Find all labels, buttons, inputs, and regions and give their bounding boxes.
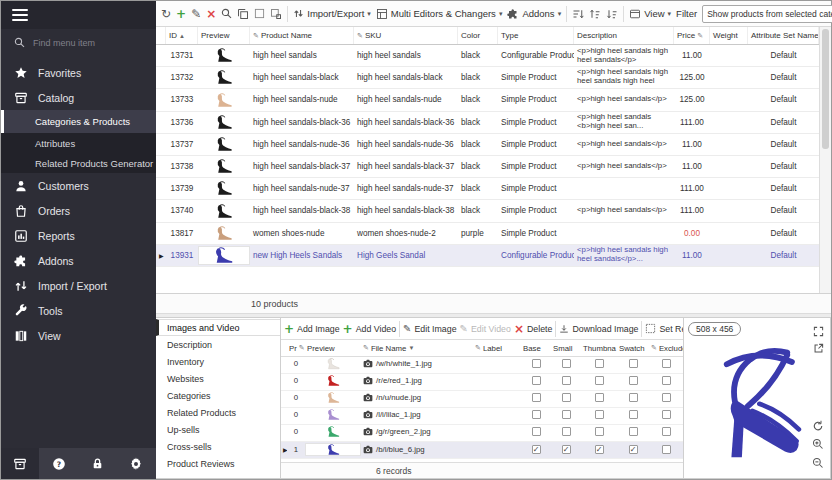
search-products-icon[interactable] bbox=[221, 6, 232, 22]
add-product-icon[interactable]: + bbox=[176, 6, 186, 22]
checkbox-base[interactable] bbox=[532, 359, 541, 368]
column-header-weight[interactable]: Weight bbox=[710, 27, 748, 44]
edit-product-icon[interactable]: ✎ bbox=[191, 6, 201, 22]
settings-gear-icon[interactable] bbox=[129, 457, 143, 471]
column-header-price[interactable]: Price✎ bbox=[674, 27, 710, 44]
sidebar-subitem-categories-products[interactable]: Categories & Products bbox=[1, 110, 156, 133]
edit-video-button[interactable]: ✎Edit Video bbox=[460, 323, 511, 334]
sidebar-item-customers[interactable]: Customers bbox=[1, 173, 156, 198]
image-row[interactable]: 0 /w/h/white_1.jpg bbox=[281, 357, 683, 374]
tab-description[interactable]: Description bbox=[156, 336, 280, 353]
image-column-thumbna[interactable]: Thumbna bbox=[581, 344, 617, 353]
refresh-icon[interactable]: ↻ bbox=[161, 6, 171, 22]
checkbox-thumbnail[interactable] bbox=[595, 427, 604, 436]
image-row[interactable]: 0 /l/i/lilac_1.jpg bbox=[281, 408, 683, 425]
tab-images-and-video[interactable]: Images and Video bbox=[156, 319, 280, 336]
image-column-base[interactable]: Base bbox=[521, 344, 551, 353]
checkbox-exclude[interactable] bbox=[662, 427, 671, 436]
column-header-id[interactable]: ID▲ bbox=[166, 27, 198, 44]
checkbox-exclude[interactable] bbox=[662, 359, 671, 368]
checkbox-exclude[interactable] bbox=[662, 376, 671, 385]
lock-icon[interactable] bbox=[91, 457, 104, 471]
sidebar-item-import-export[interactable]: Import / Export bbox=[1, 273, 156, 298]
delete-image-button[interactable]: ×Delete bbox=[514, 321, 553, 337]
column-header-type[interactable]: Type bbox=[498, 27, 574, 44]
column-header-preview[interactable]: Preview bbox=[198, 27, 250, 44]
checkbox-small[interactable]: ✓ bbox=[562, 445, 571, 454]
checkbox-thumbnail[interactable] bbox=[595, 410, 604, 419]
sidebar-subitem-related-products-generator[interactable]: Related Products Generator bbox=[1, 153, 156, 173]
sidebar-item-reports[interactable]: Reports bbox=[1, 223, 156, 248]
product-row[interactable]: 13738 high heel sandals-black-37high hee… bbox=[156, 156, 819, 178]
product-row[interactable]: 13817 women shoes-nudewomen shoes-nude-2… bbox=[156, 223, 819, 245]
checkbox-swatch[interactable] bbox=[629, 376, 638, 385]
sort-columns-icon[interactable] bbox=[572, 6, 584, 22]
checkbox-base[interactable] bbox=[532, 427, 541, 436]
checkbox-select-icon[interactable] bbox=[254, 6, 265, 22]
product-row[interactable]: 13740 high heel sandals-black-38high hee… bbox=[156, 200, 819, 222]
add-image-button[interactable]: +Add Image bbox=[284, 321, 340, 337]
zoom-in-icon[interactable] bbox=[812, 436, 824, 454]
image-row[interactable]: 0 /n/u/nude.jpg bbox=[281, 391, 683, 408]
sidebar-item-orders[interactable]: Orders bbox=[1, 198, 156, 223]
checkbox-exclude[interactable] bbox=[662, 445, 671, 454]
checkbox-swatch[interactable] bbox=[629, 393, 638, 402]
tab-related-products[interactable]: Related Products bbox=[156, 404, 280, 421]
tab-cross-sells[interactable]: Cross-sells bbox=[156, 438, 280, 455]
help-icon[interactable]: ? bbox=[52, 457, 66, 471]
collapse-all-icon[interactable] bbox=[606, 6, 618, 22]
image-column-file-name[interactable]: ✎File Name▼ bbox=[361, 344, 473, 353]
edit-image-button[interactable]: ✎Edit Image bbox=[403, 321, 456, 337]
checkbox-exclude[interactable] bbox=[662, 410, 671, 419]
checkbox-swatch[interactable] bbox=[629, 410, 638, 419]
add-video-button[interactable]: +Add Video bbox=[343, 321, 397, 337]
column-header-sku[interactable]: ✎SKU bbox=[354, 27, 458, 44]
checkbox-swatch[interactable] bbox=[629, 359, 638, 368]
checkbox-swatch[interactable]: ✓ bbox=[629, 445, 638, 454]
sidebar-item-view[interactable]: View bbox=[1, 323, 156, 348]
zoom-out-icon[interactable] bbox=[812, 455, 824, 473]
copy-icon[interactable] bbox=[237, 6, 249, 22]
filter-select[interactable]: Show products from selected categories▾ bbox=[702, 5, 832, 23]
duplicate-icon[interactable] bbox=[270, 6, 282, 22]
catalog-shortcut-icon[interactable] bbox=[1, 448, 39, 479]
product-row[interactable]: 13736 high heel sandals-black-36high hee… bbox=[156, 112, 819, 134]
sidebar-item-favorites[interactable]: Favorites bbox=[1, 60, 156, 85]
product-row[interactable]: 13733 high heel sandals-nudehigh heel sa… bbox=[156, 89, 819, 111]
sidebar-subitem-attributes[interactable]: Attributes bbox=[1, 133, 156, 153]
tab-categories[interactable]: Categories bbox=[156, 387, 280, 404]
checkbox-small[interactable] bbox=[562, 427, 571, 436]
image-column-small[interactable]: Small bbox=[551, 344, 581, 353]
product-row[interactable]: ▶13931 new High Heels SandalsHigh Geels … bbox=[156, 245, 819, 267]
checkbox-small[interactable] bbox=[562, 393, 571, 402]
delete-product-icon[interactable]: × bbox=[206, 6, 216, 22]
set-resize-rule-button[interactable]: Set Resize Rule bbox=[645, 323, 683, 334]
open-external-icon[interactable] bbox=[813, 340, 824, 358]
checkbox-base[interactable] bbox=[532, 376, 541, 385]
product-row[interactable]: 13739 high heel sandals-nude-37high heel… bbox=[156, 178, 819, 200]
tab-inventory[interactable]: Inventory bbox=[156, 353, 280, 370]
sidebar-search[interactable]: Find menu item bbox=[1, 29, 156, 56]
checkbox-exclude[interactable] bbox=[662, 393, 671, 402]
checkbox-swatch[interactable] bbox=[629, 427, 638, 436]
image-row[interactable]: 0 /g/r/green_2.jpg bbox=[281, 425, 683, 442]
image-column-swatch[interactable]: Swatch bbox=[617, 344, 649, 353]
fullscreen-icon[interactable] bbox=[813, 323, 824, 341]
column-header-color[interactable]: Color bbox=[458, 27, 498, 44]
vertical-scrollbar[interactable] bbox=[819, 27, 831, 293]
checkbox-thumbnail[interactable] bbox=[595, 376, 604, 385]
checkbox-base[interactable] bbox=[532, 410, 541, 419]
sidebar-item-tools[interactable]: Tools bbox=[1, 298, 156, 323]
column-header-attribute-set-name[interactable]: Attribute Set Name bbox=[748, 27, 819, 44]
checkbox-base[interactable] bbox=[532, 393, 541, 402]
checkbox-small[interactable] bbox=[562, 376, 571, 385]
image-column-exclude[interactable]: ✎Exclude bbox=[649, 344, 683, 353]
checkbox-thumbnail[interactable] bbox=[595, 393, 604, 402]
checkbox-thumbnail[interactable]: ✓ bbox=[595, 445, 604, 454]
sidebar-item-addons[interactable]: Addons bbox=[1, 248, 156, 273]
tab-websites[interactable]: Websites bbox=[156, 370, 280, 387]
column-header-product-name[interactable]: ✎Product Name bbox=[250, 27, 354, 44]
sidebar-item-catalog[interactable]: Catalog bbox=[1, 85, 156, 110]
image-row[interactable]: ▶1 /b/l/blue_6.jpg✓✓✓✓ bbox=[281, 442, 683, 459]
view-button[interactable]: View▾ bbox=[629, 8, 671, 20]
